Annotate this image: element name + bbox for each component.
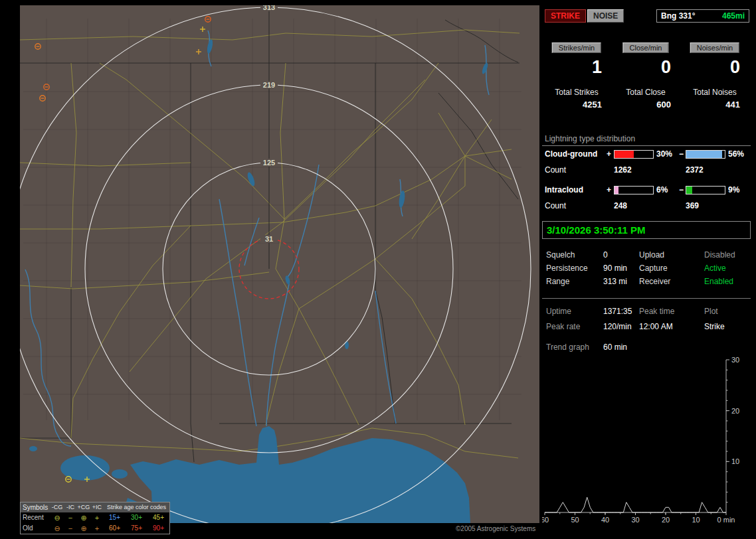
bearing-panel: Bng 331° 465mi — [656, 9, 749, 23]
uptime-value: 1371:35 — [603, 307, 632, 316]
legend-title: Symbols — [21, 502, 50, 512]
sidebar: STRIKE NOISE Bng 331° 465mi Strikes/min … — [542, 5, 751, 534]
trend-graph: 1020306050403020100 min — [542, 357, 751, 531]
map-panel[interactable]: 31321912531 — [20, 5, 539, 523]
ic-negative-fill — [686, 187, 692, 194]
trend-graph-label: Trend graph — [546, 343, 589, 352]
strikes-per-min-button[interactable]: Strikes/min — [552, 42, 601, 53]
cg-negative-count: 2372 — [686, 165, 704, 175]
legend-strike-symbol: ⊕ — [77, 512, 90, 523]
strikes-counter: Strikes/min 1 Total Strikes 4251 — [542, 42, 611, 117]
legend-age-code: 60+ — [104, 523, 126, 534]
legend-row-label: Recent — [21, 512, 50, 523]
capture-label: Capture — [639, 264, 668, 273]
chart-tick-label: 10 — [692, 516, 700, 524]
cloud-ground-row: Cloud-ground + 30% − 56% — [542, 149, 751, 159]
noises-per-min-button[interactable]: Noises/min — [690, 42, 739, 53]
noises-counter: Noises/min 0 Total Noises 441 — [680, 42, 749, 117]
peak-rate-label: Peak rate — [546, 322, 580, 331]
chart-tick-label: 60 — [542, 516, 549, 524]
divider — [542, 298, 751, 299]
total-strikes-label: Total Strikes — [542, 88, 611, 97]
legend-row-recent: Recent⊖−⊕+15+30+45+ — [21, 512, 169, 523]
map-land — [20, 5, 539, 523]
legend-strike-symbol: + — [90, 523, 104, 534]
counter-columns: Strikes/min 1 Total Strikes 4251 Close/m… — [542, 42, 751, 117]
legend-age-title: Strike age color codes — [104, 502, 169, 512]
legend-strike-symbol: ⊖ — [50, 523, 64, 534]
receiver-label: Receiver — [639, 277, 670, 286]
map-svg: 31321912531 — [20, 5, 539, 523]
cg-positive-pct: 30% — [656, 149, 672, 159]
close-per-min-value: 0 — [661, 57, 671, 78]
persistence-value: 90 min — [603, 264, 627, 273]
chart-tick-label: 10 — [731, 457, 739, 465]
strike-mode-button[interactable]: STRIKE — [545, 9, 586, 23]
trend-graph-row: Trend graph 60 min — [542, 343, 751, 352]
app-window: 31321912531 Symbols -CG -IC +CG +IC Stri… — [0, 0, 756, 539]
cg-positive-count: 1262 — [614, 165, 632, 175]
plus-sign: + — [607, 185, 611, 194]
distribution-title: Lightning type distribution — [545, 134, 635, 143]
close-per-min-button[interactable]: Close/min — [623, 42, 669, 53]
chart-tick-label: 20 — [662, 516, 670, 524]
legend-age-code: 45+ — [147, 512, 169, 523]
chart-tick-label: 30 — [631, 516, 639, 524]
legend-age-code: 15+ — [104, 512, 126, 523]
intracloud-label: Intracloud — [545, 185, 583, 194]
count-label: Count — [545, 201, 566, 210]
squelch-value: 0 — [603, 250, 608, 260]
noise-mode-button[interactable]: NOISE — [587, 9, 624, 23]
legend-rows: Recent⊖−⊕+15+30+45+Old⊖−⊕+60+75+90+ — [21, 512, 169, 534]
ic-positive-bar — [614, 186, 654, 194]
peak-time-label: Peak time — [639, 307, 674, 316]
plot-value: Strike — [704, 322, 725, 331]
lake — [112, 469, 128, 479]
close-counter: Close/min 0 Total Close 600 — [611, 42, 680, 117]
chart-tick-label: 40 — [601, 516, 609, 524]
ic-positive-pct: 6% — [656, 185, 668, 194]
ring-label: 31 — [265, 235, 273, 243]
settings-row-squelch: Squelch 0 Upload Disabled — [542, 250, 751, 260]
ic-negative-pct: 9% — [728, 185, 739, 194]
legend-strike-symbol: + — [90, 512, 104, 523]
cg-positive-fill — [614, 151, 634, 158]
legend-row-label: Old — [21, 523, 50, 534]
plus-sign: + — [607, 149, 611, 159]
map-legend: Symbols -CG -IC +CG +IC Strike age color… — [20, 502, 170, 534]
trend-trace — [545, 497, 726, 512]
stats-row-1: Uptime 1371:35 Peak time Plot — [542, 307, 751, 317]
cg-negative-pct: 56% — [728, 149, 744, 159]
settings-row-range: Range 313 mi Receiver Enabled — [542, 277, 751, 287]
intracloud-row: Intracloud + 6% − 9% — [542, 185, 751, 195]
total-noises-value: 441 — [725, 100, 740, 110]
minus-sign: − — [679, 149, 684, 159]
receiver-status: Enabled — [704, 277, 733, 286]
capture-status: Active — [704, 264, 726, 273]
total-noises-label: Total Noises — [680, 88, 749, 97]
copyright-text: ©2005 Astrogenic Systems — [456, 525, 535, 532]
plot-label: Plot — [704, 307, 718, 316]
legend-age-code: 30+ — [126, 512, 147, 523]
chart-tick-label: 0 min — [717, 516, 735, 524]
chart-tick-label: 20 — [731, 407, 739, 415]
strikes-per-min-value: 1 — [592, 57, 602, 78]
lake — [29, 446, 37, 451]
upload-label: Upload — [639, 250, 664, 260]
legend-strike-symbol: − — [64, 512, 77, 523]
chart-tick-label: 30 — [731, 357, 739, 364]
cloud-ground-count-row: Count 1262 2372 — [542, 165, 751, 175]
settings-row-persistence: Persistence 90 min Capture Active — [542, 264, 751, 273]
ring-label: 219 — [263, 81, 275, 89]
legend-col-pos-ic: +IC — [90, 502, 104, 512]
cg-positive-bar — [614, 150, 654, 159]
legend-age-code: 75+ — [126, 523, 147, 534]
peak-rate-value: 120/min — [603, 322, 632, 331]
cloud-ground-label: Cloud-ground — [545, 149, 597, 159]
count-label: Count — [545, 165, 566, 175]
chart-axes — [545, 360, 729, 515]
legend-strike-symbol: ⊕ — [77, 523, 90, 534]
range-value: 313 mi — [603, 277, 627, 286]
divider — [542, 145, 751, 146]
ic-positive-fill — [614, 187, 618, 194]
